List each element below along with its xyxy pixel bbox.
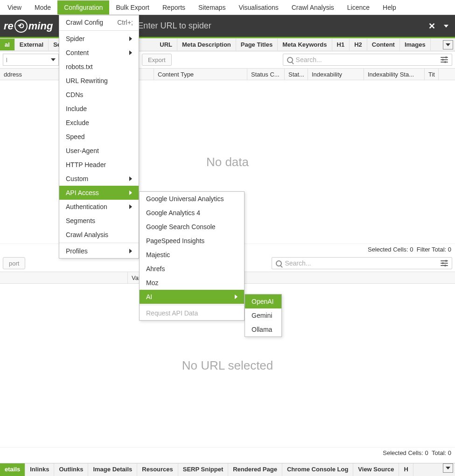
lower-export-button[interactable]: port — [3, 257, 25, 269]
config-item-user-agent[interactable]: User-Agent — [59, 144, 139, 158]
submenu-arrow-icon — [129, 36, 132, 41]
menu-visualisations[interactable]: Visualisations — [232, 0, 285, 14]
filter-dropdown[interactable]: l — [3, 54, 59, 66]
menu-view[interactable]: View — [1, 0, 28, 14]
search-input[interactable]: Search... — [283, 54, 452, 66]
selected-cells-label: Selected Cells: — [368, 246, 408, 253]
api-item-google-analytics-4[interactable]: Google Analytics 4 — [140, 206, 244, 220]
tab-images[interactable]: Images — [400, 39, 431, 50]
config-item-include[interactable]: Include — [59, 102, 139, 116]
filter-value: l — [6, 56, 7, 63]
btab-rendered-page[interactable]: Rendered Page — [228, 463, 282, 476]
config-item-profiles[interactable]: Profiles — [59, 244, 139, 258]
tabs-overflow-button[interactable] — [443, 40, 453, 49]
tab-external[interactable]: External — [15, 39, 49, 50]
tab-page-titles[interactable]: Page Titles — [236, 39, 278, 50]
config-item-segments[interactable]: Segments — [59, 214, 139, 228]
menu-reports[interactable]: Reports — [156, 0, 192, 14]
config-item-cdns[interactable]: CDNs — [59, 88, 139, 102]
btabs-overflow[interactable] — [443, 463, 453, 473]
api-item-google-universal-analytics[interactable]: Google Universal Analytics — [140, 192, 244, 206]
tab-content[interactable]: Content — [367, 39, 400, 50]
api-access-submenu: Google Universal AnalyticsGoogle Analyti… — [139, 191, 245, 321]
api-item-pagespeed-insights[interactable]: PageSpeed Insights — [140, 234, 244, 248]
btab-view-source[interactable]: View Source — [353, 463, 399, 476]
btab-outlinks[interactable]: Outlinks — [54, 463, 88, 476]
api-item-ai[interactable]: AI — [140, 290, 244, 304]
tab-url[interactable]: URL — [155, 39, 177, 50]
config-item-http-header[interactable]: HTTP Header — [59, 158, 139, 172]
menu-configuration[interactable]: Configuration — [57, 0, 109, 14]
lower-col-name[interactable] — [0, 272, 128, 283]
menubar: View Mode Configuration Bulk Export Repo… — [0, 0, 455, 15]
col-indexability[interactable]: Indexability — [308, 69, 364, 80]
lower-total-value: 0 — [448, 449, 451, 456]
ai-item-ollama[interactable]: Ollama — [245, 322, 281, 336]
lower-search-placeholder: Search... — [285, 259, 311, 267]
btab-inlinks[interactable]: Inlinks — [25, 463, 54, 476]
url-history-dropdown[interactable] — [444, 25, 448, 28]
menu-sitemaps[interactable]: Sitemaps — [192, 0, 232, 14]
config-item-authentication[interactable]: Authentication — [59, 200, 139, 214]
tab-h2[interactable]: H2 — [350, 39, 367, 50]
config-item-robots-txt[interactable]: robots.txt — [59, 60, 139, 74]
lower-selected-value: 0 — [425, 449, 428, 456]
submenu-arrow-icon — [235, 294, 238, 299]
filter-total-label: Filter Total: — [417, 246, 446, 253]
tab-h1[interactable]: H1 — [332, 39, 350, 50]
col-content-type[interactable]: Content Type — [154, 69, 247, 80]
logo-text-post: ming — [28, 20, 53, 32]
menu-mode[interactable]: Mode — [28, 0, 57, 14]
btab-chrome-console[interactable]: Chrome Console Log — [282, 463, 353, 476]
config-item-crawl-analysis[interactable]: Crawl Analysis — [59, 228, 139, 242]
config-item-crawl-config[interactable]: Crawl ConfigCtrl+; — [59, 15, 139, 29]
config-item-spider[interactable]: Spider — [59, 32, 139, 46]
config-item-api-access[interactable]: API Access — [59, 186, 139, 200]
ai-submenu: OpenAIGeminiOllama — [245, 294, 282, 337]
search-settings-icon[interactable] — [441, 57, 448, 63]
btab-details[interactable]: etails — [0, 463, 25, 476]
selected-cells-value: 0 — [410, 246, 413, 253]
tab-meta-keywords[interactable]: Meta Keywords — [278, 39, 332, 50]
col-status-code[interactable]: Status C... — [247, 69, 285, 80]
config-item-custom[interactable]: Custom — [59, 172, 139, 186]
btab-resources[interactable]: Resources — [137, 463, 178, 476]
api-item-ahrefs[interactable]: Ahrefs — [140, 262, 244, 276]
bottom-tabs: etails Inlinks Outlinks Image Details Re… — [0, 463, 455, 476]
lower-selected-label: Selected Cells: — [383, 449, 423, 456]
tab-meta-description[interactable]: Meta Description — [177, 39, 236, 50]
ai-item-gemini[interactable]: Gemini — [245, 308, 281, 322]
menu-help[interactable]: Help — [376, 0, 403, 14]
btab-serp-snippet[interactable]: SERP Snippet — [178, 463, 228, 476]
submenu-arrow-icon — [129, 249, 132, 253]
search-settings-icon[interactable] — [441, 260, 448, 266]
menu-bulk-export[interactable]: Bulk Export — [109, 0, 156, 14]
config-item-speed[interactable]: Speed — [59, 130, 139, 144]
lower-search-input[interactable]: Search... — [272, 257, 452, 269]
chevron-down-icon — [446, 467, 450, 469]
search-icon — [287, 57, 293, 63]
export-button[interactable]: Export — [142, 54, 172, 66]
config-item-url-rewriting[interactable]: URL Rewriting — [59, 74, 139, 88]
config-item-content[interactable]: Content — [59, 46, 139, 60]
api-item-google-search-console[interactable]: Google Search Console — [140, 220, 244, 234]
search-placeholder: Search... — [296, 56, 322, 63]
tab-internal[interactable]: al — [0, 39, 15, 50]
submenu-arrow-icon — [129, 176, 132, 181]
config-item-exclude[interactable]: Exclude — [59, 116, 139, 130]
ai-item-openai[interactable]: OpenAI — [245, 294, 281, 308]
url-input[interactable]: Enter URL to spider — [138, 21, 423, 31]
col-indexability-status[interactable]: Indexability Sta... — [364, 69, 425, 80]
search-icon — [276, 260, 282, 266]
clear-url-button[interactable]: ✕ — [423, 21, 441, 31]
btab-image-details[interactable]: Image Details — [88, 463, 137, 476]
chevron-down-icon — [51, 58, 56, 61]
btab-http[interactable]: H — [399, 463, 413, 476]
col-title[interactable]: Tit — [425, 69, 439, 80]
api-item-majestic[interactable]: Majestic — [140, 248, 244, 262]
api-item-request-api-data: Request API Data — [140, 306, 244, 320]
menu-crawl-analysis[interactable]: Crawl Analysis — [285, 0, 341, 14]
col-status[interactable]: Stat... — [285, 69, 308, 80]
api-item-moz[interactable]: Moz — [140, 276, 244, 290]
menu-licence[interactable]: Licence — [341, 0, 376, 14]
